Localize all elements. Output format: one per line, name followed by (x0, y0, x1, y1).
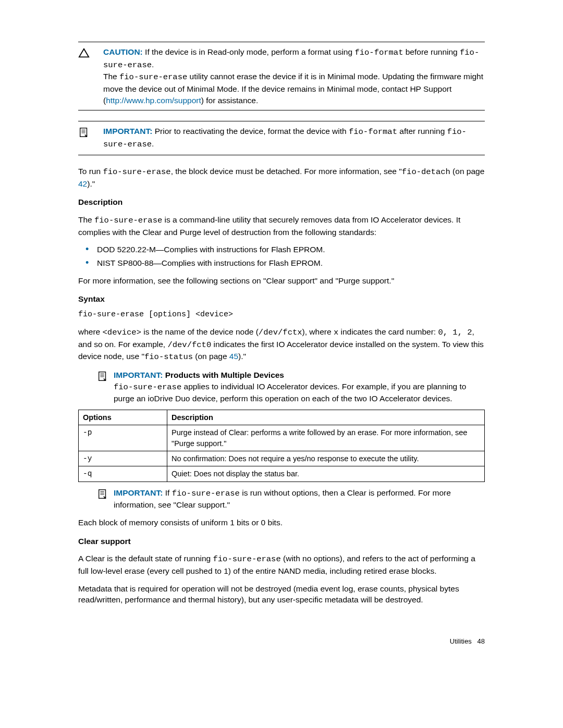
para-bits: Each block of memory consists of uniform… (78, 517, 485, 528)
heading-description: Description (78, 196, 485, 208)
detach-after: (on page (450, 167, 485, 176)
where-t3: indicates the card number: (338, 327, 438, 336)
where-page[interactable]: 45 (229, 352, 238, 361)
caution-cmd-1: fio-format (354, 48, 403, 57)
caution-text-2a: The (103, 72, 119, 81)
header-description: Description (167, 410, 485, 425)
desc-cell: Quiet: Does not display the status bar. (167, 466, 485, 482)
table-header-row: Options Description (79, 410, 485, 425)
where-nums: 0, 1, 2 (438, 328, 472, 337)
detach-pre: To run (78, 167, 103, 176)
caution-text-1c: . (152, 60, 154, 69)
imp1-cmd1: fio-format (349, 127, 397, 137)
table-row: -y No confirmation: Does not require a y… (79, 451, 485, 466)
options-table: Options Description -p Purge instead of … (78, 410, 485, 482)
list-item: NIST SP800-88—Complies with instructions… (78, 257, 485, 269)
important-2-body: IMPORTANT: Products with Multiple Device… (114, 369, 485, 404)
para-where: where <device> is the name of the device… (78, 326, 485, 363)
important-callout-1: IMPORTANT: Prior to reactivating the dev… (78, 121, 485, 155)
imp1-mid: after running (397, 127, 447, 135)
caution-body: CAUTION: If the device is in Read-only m… (103, 46, 485, 106)
caution-label: CAUTION: (103, 47, 143, 56)
para-description: The fio-sure-erase is a command-line uti… (78, 214, 485, 238)
imp2-title: Products with Multiple Devices (165, 371, 284, 379)
where-x: x (334, 328, 338, 337)
important-label-2: IMPORTANT: (114, 371, 163, 379)
para-detach: To run fio-sure-erase, the block device … (78, 166, 485, 189)
desc-pre: The (78, 215, 94, 224)
important-1-body: IMPORTANT: Prior to reactivating the dev… (103, 126, 485, 150)
note-icon (78, 487, 114, 511)
imp3-cmd: fio-sure-erase (172, 489, 240, 498)
heading-syntax: Syntax (78, 293, 485, 305)
imp2-cmd: fio-sure-erase (114, 382, 181, 392)
important-label-3: IMPORTANT: (114, 488, 163, 497)
caution-callout: CAUTION: If the device is in Read-only m… (78, 42, 485, 110)
where-t6: (on page (193, 352, 229, 361)
standards-list: DOD 5220.22-M—Complies with instructions… (78, 244, 485, 268)
imp3-pre: If (165, 488, 172, 497)
note-icon (78, 126, 103, 150)
syntax-block: fio-sure-erase [options] <device> (78, 309, 485, 320)
where-pre: where (78, 327, 103, 336)
important-label-1: IMPORTANT: (103, 127, 152, 135)
footer-page: 48 (478, 637, 485, 645)
note-icon (78, 369, 114, 404)
detach-cmd: fio-sure-erase (103, 167, 170, 177)
where-path2: /dev/fct0 (167, 340, 211, 350)
table-row: -p Purge instead of Clear: performs a wr… (79, 425, 485, 451)
table-row: -q Quiet: Does not display the status ba… (79, 466, 485, 482)
where-cmd: fio-status (144, 352, 193, 362)
where-t7: )." (238, 352, 246, 361)
opt-cell: -q (79, 466, 167, 482)
important-callout-3: IMPORTANT: If fio-sure-erase is run with… (78, 487, 485, 511)
imp1-end: . (152, 139, 154, 148)
imp3-post: is run without options, then a Clear is … (114, 488, 451, 510)
para-more-info: For more information, see the following … (78, 275, 485, 287)
clear1-cmd: fio-sure-erase (213, 554, 281, 564)
caution-text-2c: ) for assistance. (201, 96, 258, 105)
opt-cell: -p (79, 425, 167, 451)
where-t1: is the name of the device node ( (141, 327, 259, 336)
caution-icon (78, 46, 103, 106)
list-item: DOD 5220.22-M—Complies with instructions… (78, 244, 485, 255)
para-clear-1: A Clear is the default state of running … (78, 553, 485, 576)
caution-cmd-3: fio-sure-erase (119, 72, 187, 82)
opt-cell: -y (79, 451, 167, 466)
where-dev: <device> (103, 328, 141, 337)
header-options: Options (79, 410, 167, 425)
clear1-pre: A Clear is the default state of running (78, 554, 213, 563)
footer-section: Utilities (450, 637, 472, 645)
desc-cell: Purge instead of Clear: performs a write… (167, 425, 485, 451)
important-callout-2: IMPORTANT: Products with Multiple Device… (78, 369, 485, 404)
imp1-pre: Prior to reactivating the device, format… (155, 127, 349, 135)
desc-cell: No confirmation: Does not require a yes/… (167, 451, 485, 466)
heading-clear-support: Clear support (78, 536, 485, 547)
important-3-body: IMPORTANT: If fio-sure-erase is run with… (114, 487, 485, 511)
where-path: /dev/fctx (259, 328, 302, 337)
desc-cmd: fio-sure-erase (94, 216, 162, 225)
where-t2: ), where (302, 327, 334, 336)
hp-support-link[interactable]: http://www.hp.com/support (106, 96, 201, 105)
detach-mid: , the block device must be detached. For… (171, 167, 402, 176)
page-footer: Utilities 48 (78, 637, 485, 646)
detach-cmd2: fio-detach (402, 167, 450, 177)
caution-text-1b: before running (403, 47, 460, 56)
detach-page[interactable]: 42 (78, 179, 87, 188)
detach-end: )." (87, 179, 95, 188)
para-clear-2: Metadata that is required for operation … (78, 583, 485, 606)
caution-text-1a: If the device is in Read-only mode, perf… (145, 47, 354, 56)
